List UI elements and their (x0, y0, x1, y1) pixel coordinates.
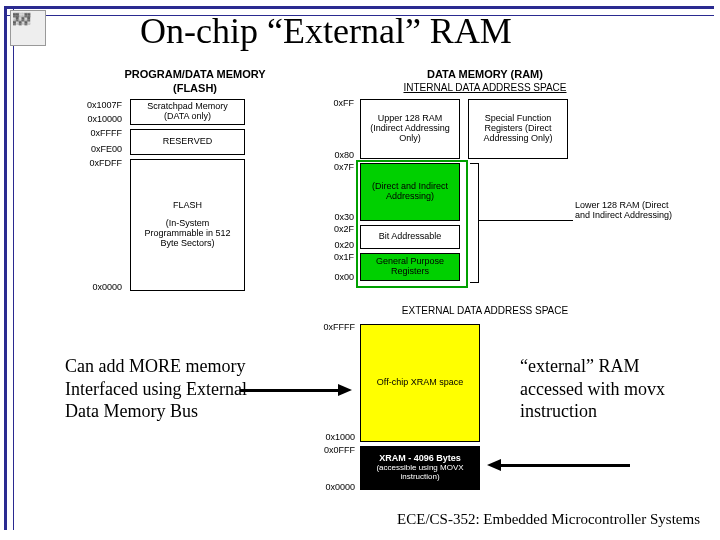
ram-bracket (470, 163, 479, 283)
arrow-shaft (240, 389, 340, 392)
flash-addr: 0x1007F (78, 100, 122, 110)
arrow-right-icon (338, 384, 352, 396)
page-title: On-chip “External” RAM (140, 10, 512, 52)
arrow-left-icon (487, 459, 501, 471)
ram-lower-label: Lower 128 RAM (Direct and Indirect Addre… (575, 200, 675, 220)
ram-addr: 0x20 (322, 240, 354, 250)
flash-reserved: RESERVED (130, 129, 245, 155)
flash-addr: 0xFFFF (78, 128, 122, 138)
ext-addr: 0xFFFF (313, 322, 355, 332)
note-right: “external” RAM accessed with movx instru… (520, 355, 690, 423)
flash-subheader: (FLASH) (110, 82, 280, 94)
ram-addr: 0xFF (322, 98, 354, 108)
flash-addr: 0x10000 (78, 114, 122, 124)
flash-scratchpad-l2: (DATA only) (164, 112, 211, 122)
chip-icon: ▓▓░░▓▓░▓░▓░▓▓░▓░▓░ (10, 10, 46, 46)
ext-header: EXTERNAL DATA ADDRESS SPACE (350, 305, 620, 316)
flash-main-l2: (In-System Programmable in 512 Byte Sect… (143, 219, 233, 249)
ram-gpr: General Purpose Registers (360, 253, 460, 281)
flash-addr: 0xFDFF (78, 158, 122, 168)
flash-scratchpad: Scratchpad Memory (DATA only) (130, 99, 245, 125)
ram-bit: Bit Addressable (360, 225, 460, 249)
ext-xram: XRAM - 4096 Bytes (accessible using MOVX… (360, 446, 480, 490)
ram-addr: 0x00 (322, 272, 354, 282)
ram-header: DATA MEMORY (RAM) (350, 68, 620, 80)
ram-addr: 0x30 (322, 212, 354, 222)
arrow-shaft (500, 464, 630, 467)
ram-subheader: INTERNAL DATA ADDRESS SPACE (350, 82, 620, 93)
flash-main: FLASH (In-System Programmable in 512 Byt… (130, 159, 245, 291)
flash-main-l1: FLASH (173, 201, 202, 211)
ext-addr: 0x0000 (313, 482, 355, 492)
ram-upper: Upper 128 RAM (Indirect Addressing Only) (360, 99, 460, 159)
ram-addr: 0x2F (322, 224, 354, 234)
flash-addr: 0xFE00 (78, 144, 122, 154)
footer: ECE/CS-352: Embedded Microcontroller Sys… (397, 511, 700, 528)
ext-offchip: Off-chip XRAM space (360, 324, 480, 442)
ram-sfr: Special Function Registers (Direct Addre… (468, 99, 568, 159)
ram-addr: 0x7F (322, 162, 354, 172)
ram-addr: 0x1F (322, 252, 354, 262)
ext-addr: 0x0FFF (313, 445, 355, 455)
ram-mid: (Direct and Indirect Addressing) (360, 163, 460, 221)
ram-addr: 0x80 (322, 150, 354, 160)
slide-left-border (4, 6, 14, 530)
ext-addr: 0x1000 (313, 432, 355, 442)
ext-xram-l2: (accessible using MOVX instruction) (363, 464, 477, 482)
flash-addr: 0x0000 (78, 282, 122, 292)
ram-bracket-line (478, 220, 573, 221)
flash-header: PROGRAM/DATA MEMORY (110, 68, 280, 80)
